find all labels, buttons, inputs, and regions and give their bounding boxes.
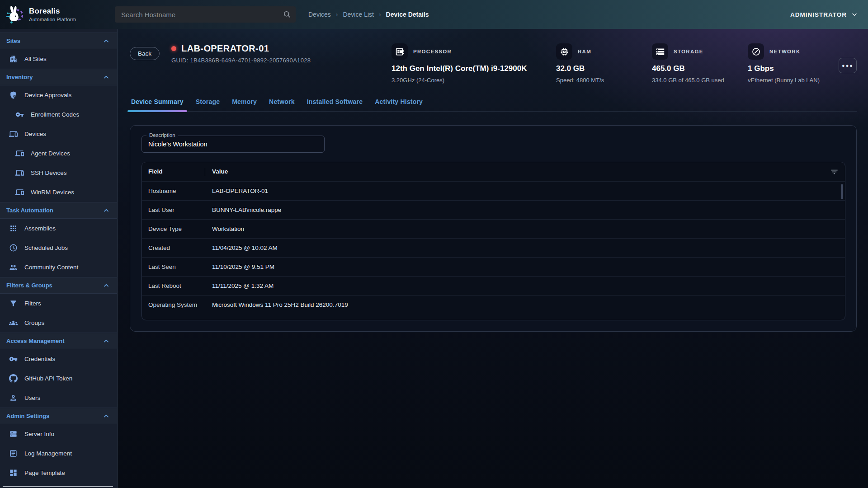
stat-network: NETWORK 1 Gbps vEthernet (Bunny Lab LAN) [748, 43, 831, 84]
description-input[interactable] [142, 141, 324, 148]
sidebar-item-label: Server Info [24, 431, 54, 437]
sidebar-scrollbar[interactable] [3, 486, 113, 487]
sidebar-item-credentials[interactable]: Credentials [0, 349, 117, 369]
sidebar-item-all-sites[interactable]: All Sites [0, 49, 117, 69]
row-value: LAB-OPERATOR-01 [205, 188, 845, 194]
sidebar-item-assemblies[interactable]: Assemblies [0, 219, 117, 238]
sidebar-item-ssh-devices[interactable]: SSH Devices [0, 163, 117, 183]
devices-icon [15, 149, 24, 158]
sidebar-section-inventory[interactable]: Inventory [0, 69, 117, 85]
stat-storage: STORAGE 465.0 GB 334.0 GB of 465.0 GB us… [652, 43, 732, 84]
devices-icon [9, 130, 18, 138]
chevron-up-icon [103, 338, 110, 345]
sidebar-item-groups[interactable]: Groups [0, 313, 117, 333]
sidebar-item-label: Filters [24, 300, 41, 307]
search-box[interactable] [115, 6, 296, 23]
groups-icon [9, 319, 18, 327]
sidebar-item-community-content[interactable]: Community Content [0, 258, 117, 277]
stat-value: 32.0 GB [556, 64, 637, 73]
sidebar-item-winrm-devices[interactable]: WinRM Devices [0, 183, 117, 202]
sidebar-item-users[interactable]: Users [0, 388, 117, 408]
row-field: Created [142, 244, 205, 251]
sidebar-section-task-automation[interactable]: Task Automation [0, 202, 117, 219]
sidebar-item-server-info[interactable]: Server Info [0, 424, 117, 444]
sidebar-item-label: Device Approvals [24, 92, 71, 99]
column-header-value: Value [212, 168, 845, 175]
status-offline-dot [171, 46, 176, 51]
sidebar-section-admin-settings[interactable]: Admin Settings [0, 408, 117, 424]
user-menu-label: ADMINISTRATOR [790, 11, 847, 18]
breadcrumb-device-list[interactable]: Device List [343, 11, 373, 18]
brand-name: Borealis [29, 7, 76, 16]
table-row-operating-system: Operating System Microsoft Windows 11 Pr… [142, 295, 845, 314]
row-value: Workstation [205, 225, 845, 232]
stat-sub: 3.20GHz (24-Cores) [392, 77, 541, 84]
sidebar-section-filters-groups[interactable]: Filters & Groups [0, 277, 117, 294]
stat-label: PROCESSOR [413, 49, 452, 54]
breadcrumb-devices[interactable]: Devices [308, 11, 331, 18]
sidebar-item-device-approvals[interactable]: Device Approvals [0, 85, 117, 105]
row-field: Last Seen [142, 263, 205, 270]
sidebar-item-enrollment-codes[interactable]: Enrollment Codes [0, 105, 117, 124]
sidebar-section-access-management[interactable]: Access Management [0, 333, 117, 349]
device-title: LAB-OPERATOR-01 [181, 43, 269, 54]
table-scrollbar-thumb[interactable] [841, 184, 843, 199]
sidebar-item-scheduled-jobs[interactable]: Scheduled Jobs [0, 238, 117, 258]
sidebar-item-label: GitHub API Token [24, 375, 72, 382]
tab-memory[interactable]: Memory [232, 98, 257, 111]
sidebar-item-github-api-token[interactable]: GitHub API Token [0, 369, 117, 388]
sidebar-section-sites[interactable]: Sites [0, 33, 117, 49]
tab-storage[interactable]: Storage [196, 98, 220, 111]
back-button[interactable]: Back [130, 47, 160, 60]
description-field[interactable]: Description [142, 136, 325, 153]
stat-processor: PROCESSOR 12th Gen Intel(R) Core(TM) i9-… [392, 43, 541, 84]
stat-sub: 334.0 GB of 465.0 GB used [652, 77, 732, 84]
log-icon [9, 449, 18, 458]
row-value: Microsoft Windows 11 Pro 25H2 Build 2620… [205, 301, 845, 308]
tab-device-summary[interactable]: Device Summary [131, 98, 184, 111]
more-actions-button[interactable]: ●●● [839, 58, 857, 73]
section-label: Access Management [6, 338, 65, 344]
sidebar-item-agent-devices[interactable]: Agent Devices [0, 144, 117, 163]
search-input[interactable] [115, 6, 296, 23]
sidebar-item-label: Community Content [24, 264, 78, 271]
sidebar-item-log-management[interactable]: Log Management [0, 444, 117, 463]
user-menu[interactable]: ADMINISTRATOR [790, 11, 858, 18]
sidebar-item-label: Page Template [24, 469, 65, 476]
main-content: Back LAB-OPERATOR-01 GUID: 1B4B386B-649A… [118, 29, 868, 488]
row-field: Last User [142, 206, 205, 213]
sidebar-item-label: Enrollment Codes [31, 111, 79, 118]
row-field: Hostname [142, 188, 205, 194]
description-field-label: Description [146, 132, 178, 138]
sidebar-item-label: Agent Devices [31, 150, 70, 157]
devices-icon [15, 188, 24, 197]
sidebar-item-devices[interactable]: Devices [0, 124, 117, 144]
sidebar-item-label: Log Management [24, 450, 72, 457]
chevron-up-icon [103, 207, 110, 214]
tab-activity-history[interactable]: Activity History [375, 98, 423, 111]
tab-installed-software[interactable]: Installed Software [307, 98, 363, 111]
server-icon [9, 430, 18, 438]
sidebar-item-label: Users [24, 394, 40, 401]
filter-icon[interactable] [830, 168, 839, 176]
row-value: 11/04/2025 @ 10:02 AM [205, 244, 845, 251]
row-value: 11/10/2025 @ 9:51 PM [205, 263, 845, 270]
stat-label: STORAGE [674, 49, 703, 54]
sidebar-item-label: Credentials [24, 356, 55, 362]
tab-network[interactable]: Network [269, 98, 295, 111]
brand-tagline: Automation Platform [29, 17, 76, 22]
sidebar-item-filters[interactable]: Filters [0, 294, 117, 313]
chevron-up-icon [103, 413, 110, 420]
processor-icon [392, 43, 408, 60]
sidebar-item-page-template[interactable]: Page Template [0, 463, 117, 483]
table-row-last-reboot: Last Reboot 11/11/2025 @ 1:32 AM [142, 276, 845, 295]
device-stats: PROCESSOR 12th Gen Intel(R) Core(TM) i9-… [392, 43, 831, 84]
key-icon [9, 355, 18, 363]
summary-table: Field Value Hostname LAB-OPERATOR-01 Las… [142, 162, 845, 320]
stat-label: RAM [578, 49, 591, 54]
breadcrumb-separator: › [336, 11, 338, 18]
breadcrumb-device-details: Device Details [386, 11, 429, 18]
chevron-up-icon [103, 282, 110, 289]
devices-icon [15, 169, 24, 177]
sidebar-item-label: All Sites [24, 56, 47, 62]
